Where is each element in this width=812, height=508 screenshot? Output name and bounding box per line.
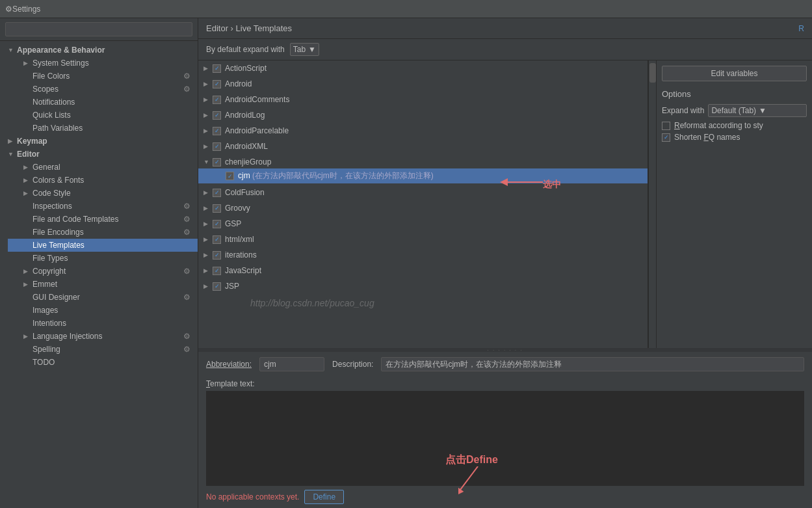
group-checkbox-coldfusion[interactable]: ✓ [213,189,221,197]
item-checkbox-cjm[interactable]: ✓ [226,172,234,180]
template-group-header-javascript[interactable]: ▶ ✓ JavaScript [198,264,648,277]
sidebar-item-inspections[interactable]: Inspections ⚙ [8,200,198,213]
sidebar-item-general[interactable]: ▶ General [8,161,198,174]
sidebar-item-emmet[interactable]: ▶ Emmet [8,278,198,291]
sidebar-item-gui-designer[interactable]: GUI Designer ⚙ [8,291,198,304]
scrollbar[interactable] [648,60,656,348]
config-icon: ⚙ [183,332,192,341]
sidebar-item-intentions[interactable]: Intentions [8,317,198,330]
template-group-header-groovy[interactable]: ▶ ✓ Groovy [198,202,648,215]
sidebar: ▼ Appearance & Behavior ▶ System Setting… [0,18,198,508]
template-group-header-androidlog[interactable]: ▶ ✓ AndroidLog [198,109,648,122]
shorten-fq-checkbox[interactable]: ✓ [662,133,670,142]
template-group-header-coldfusion[interactable]: ▶ ✓ ColdFusion [198,186,648,199]
template-group-android: ▶ ✓ Android [198,76,648,92]
group-checkbox-iterations[interactable]: ✓ [213,251,221,260]
template-text-label: Template text: [198,377,812,391]
template-group-header-android[interactable]: ▶ ✓ Android [198,77,648,90]
sidebar-item-system-settings[interactable]: ▶ System Settings [8,57,198,70]
template-group-header-gsp[interactable]: ▶ ✓ GSP [198,217,648,230]
group-checkbox-androidxml[interactable]: ✓ [213,142,221,151]
expand-bar: By default expand with Tab ▼ [198,39,812,60]
group-checkbox-gsp[interactable]: ✓ [213,220,221,228]
template-group-header-iterations[interactable]: ▶ ✓ iterations [198,248,648,261]
sidebar-item-spelling[interactable]: Spelling ⚙ [8,343,198,356]
sidebar-item-keymap[interactable]: ▶ Keymap [0,135,198,148]
sidebar-item-code-style[interactable]: ▶ Code Style [8,187,198,200]
template-item-cjm[interactable]: ✓ cjm (在方法内部敲代码cjm时，在该方法的外部添加注释) [198,168,648,183]
template-group-iterations: ▶ ✓ iterations [198,247,648,263]
reformat-checkbox[interactable] [662,122,670,130]
appearance-children: ▶ System Settings File Colors ⚙ Scopes ⚙… [0,57,198,135]
sidebar-item-editor[interactable]: ▼ Editor [0,148,198,161]
template-group-androidlog: ▶ ✓ AndroidLog [198,107,648,123]
reformat-row: Reformat according to sty [662,121,807,130]
expand-arrow: ▶ [8,138,14,144]
config-icon: ⚙ [183,228,192,237]
sidebar-item-file-encodings[interactable]: File Encodings ⚙ [8,226,198,239]
group-checkbox-javascript[interactable]: ✓ [213,267,221,275]
group-expand-arrow: ▶ [203,267,211,274]
template-group-header-androidparcelable[interactable]: ▶ ✓ AndroidParcelable [198,124,648,137]
group-checkbox-androidlog[interactable]: ✓ [213,111,221,120]
sidebar-item-scopes[interactable]: Scopes ⚙ [8,83,198,96]
sidebar-item-appearance-behavior[interactable]: ▼ Appearance & Behavior [0,44,198,57]
template-group-groovy: ▶ ✓ Groovy [198,200,648,216]
template-group-header-androidxml[interactable]: ▶ ✓ AndroidXML [198,140,648,153]
sidebar-item-file-types[interactable]: File Types [8,252,198,265]
sidebar-item-file-code-templates[interactable]: File and Code Templates ⚙ [8,213,198,226]
config-icon: ⚙ [183,293,192,302]
group-expand-arrow: ▶ [203,236,211,243]
template-group-header-androidcomments[interactable]: ▶ ✓ AndroidComments [198,93,648,106]
abbreviation-input[interactable] [259,357,324,371]
reset-link[interactable]: R [798,24,804,33]
dialog-content: ▼ Appearance & Behavior ▶ System Setting… [0,18,812,508]
expand-with-options-dropdown[interactable]: Default (Tab) ▼ [708,104,807,117]
group-checkbox-androidcomments[interactable]: ✓ [213,96,221,104]
define-button[interactable]: Define [304,490,344,504]
sidebar-section-label: Keymap [17,137,47,146]
group-expand-arrow: ▶ [203,65,211,72]
edit-variables-button[interactable]: Edit variables [662,66,807,81]
sidebar-tree: ▼ Appearance & Behavior ▶ System Setting… [0,41,198,508]
expand-with-value: Tab [293,45,306,54]
group-checkbox-chenjiegroup[interactable]: ✓ [213,158,221,167]
bottom-panel: Abbreviation: Description: Template text… [198,352,812,508]
template-group-header-htmlxml[interactable]: ▶ ✓ html/xml [198,233,648,246]
template-group-header-actionscript[interactable]: ▶ ✓ ActionScript [198,62,648,75]
template-group-javascript: ▶ ✓ JavaScript [198,263,648,278]
template-group-header-jsp[interactable]: ▶ ✓ JSP [198,280,648,293]
group-expand-arrow: ▶ [203,96,211,103]
dropdown-arrow-icon: ▼ [759,106,766,115]
group-expand-arrow: ▶ [203,252,211,258]
sidebar-item-live-templates[interactable]: Live Templates [8,239,198,252]
description-label: Description: [332,360,373,369]
config-icon: ⚙ [183,72,192,81]
sidebar-section-label: Appearance & Behavior [17,46,105,55]
template-group-header-chenjiegroup[interactable]: ▼ ✓ chenjieGroup [198,155,648,168]
search-input[interactable] [5,22,192,36]
description-input[interactable] [381,357,804,371]
sidebar-item-todo[interactable]: TODO [8,356,198,369]
templates-list[interactable]: ▶ ✓ ActionScript ▶ ✓ Android ▶ [198,60,648,348]
group-checkbox-android[interactable]: ✓ [213,80,221,88]
sidebar-item-language-injections[interactable]: ▶ Language Injections ⚙ [8,330,198,343]
bottom-footer: No applicable contexts yet. Define 点击Def… [198,486,812,508]
sidebar-item-quick-lists[interactable]: Quick Lists [8,109,198,122]
sidebar-item-images[interactable]: Images [8,304,198,317]
group-checkbox-htmlxml[interactable]: ✓ [213,235,221,244]
group-checkbox-jsp[interactable]: ✓ [213,282,221,291]
sidebar-item-file-colors[interactable]: File Colors ⚙ [8,70,198,83]
watermark: http://blog.csdn.net/pucao_cug [250,298,374,308]
expand-with-dropdown[interactable]: Tab ▼ [290,43,319,56]
group-checkbox-androidparcelable[interactable]: ✓ [213,127,221,135]
sidebar-item-copyright[interactable]: ▶ Copyright ⚙ [8,265,198,278]
sidebar-item-colors-fonts[interactable]: ▶ Colors & Fonts [8,174,198,187]
main-content: Editor › Live Templates R By default exp… [198,18,812,508]
sidebar-item-path-variables[interactable]: Path Variables [8,122,198,135]
title-bar: ⚙ Settings [0,0,812,18]
sidebar-item-notifications[interactable]: Notifications [8,96,198,109]
template-text-area[interactable] [206,391,804,486]
group-checkbox-groovy[interactable]: ✓ [213,204,221,213]
group-checkbox-actionscript[interactable]: ✓ [213,64,221,73]
